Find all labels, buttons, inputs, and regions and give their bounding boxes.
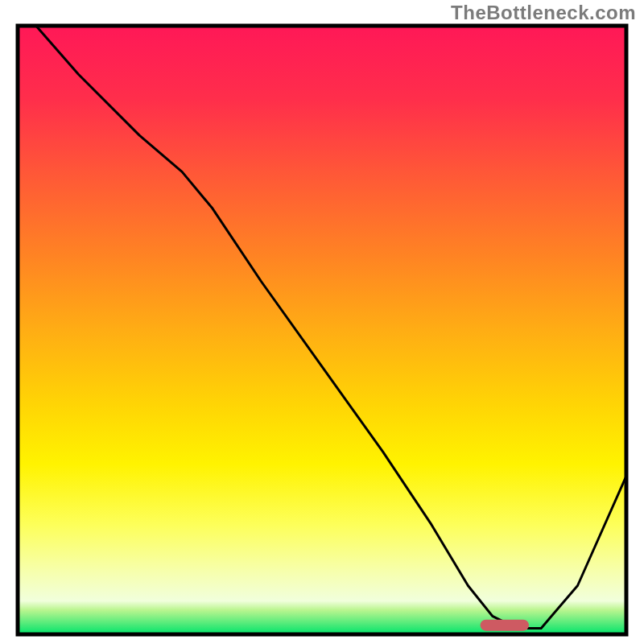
plot-background xyxy=(18,26,626,634)
chart-container: TheBottleneck.com xyxy=(0,0,644,644)
watermark-text: TheBottleneck.com xyxy=(451,2,636,24)
bottleneck-chart xyxy=(0,0,644,644)
optimal-range-marker xyxy=(481,620,529,631)
